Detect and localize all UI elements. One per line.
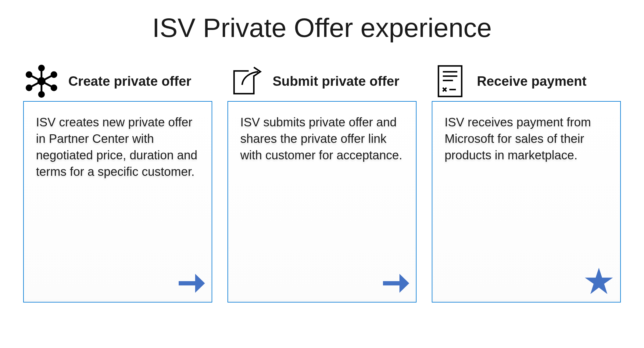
step-title: Submit private offer — [273, 74, 399, 89]
step-card: ISV creates new private offer in Partner… — [23, 101, 212, 303]
svg-point-12 — [26, 71, 32, 78]
svg-point-10 — [38, 91, 45, 98]
step-receive: Receive payment ISV receives payment fro… — [432, 61, 621, 303]
step-header: Submit private offer — [227, 61, 417, 101]
step-submit: Submit private offer ISV submits private… — [227, 61, 417, 303]
arrow-right-icon — [381, 271, 409, 295]
step-title: Receive payment — [477, 74, 587, 89]
svg-marker-24 — [585, 268, 613, 294]
document-icon — [432, 63, 468, 100]
svg-point-8 — [51, 71, 57, 78]
svg-marker-16 — [399, 274, 409, 293]
step-body: ISV receives payment from Microsoft for … — [445, 114, 608, 163]
step-title: Create private offer — [68, 74, 191, 89]
svg-point-11 — [26, 85, 32, 91]
page-title: ISV Private Offer experience — [0, 12, 644, 43]
step-card: ISV receives payment from Microsoft for … — [432, 101, 621, 303]
step-create: Create private offer ISV creates new pri… — [23, 61, 212, 303]
network-hub-icon — [23, 63, 60, 100]
step-row: Create private offer ISV creates new pri… — [0, 61, 644, 303]
svg-point-9 — [51, 85, 57, 91]
share-icon — [227, 63, 264, 100]
step-header: Receive payment — [432, 61, 621, 101]
svg-marker-14 — [195, 274, 205, 293]
step-body: ISV creates new private offer in Partner… — [36, 114, 199, 180]
svg-point-7 — [38, 65, 45, 71]
step-card: ISV submits private offer and shares the… — [227, 101, 417, 303]
step-header: Create private offer — [23, 61, 212, 101]
star-icon — [584, 267, 614, 295]
step-body: ISV submits private offer and shares the… — [240, 114, 404, 163]
arrow-right-icon — [177, 271, 205, 295]
